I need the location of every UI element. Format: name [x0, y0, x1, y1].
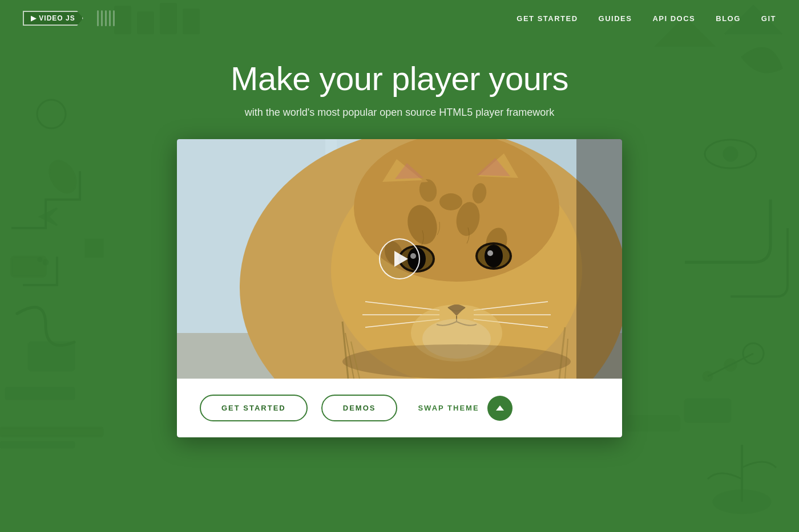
svg-point-60: [342, 344, 571, 379]
svg-point-50: [485, 245, 503, 267]
swap-theme-wrap[interactable]: SWAP THEME: [418, 396, 512, 421]
nav-links: GET STARTED GUIDES API DOCS BLOG GIT: [516, 14, 776, 23]
logo-badge[interactable]: ▶ VIDEO JS: [23, 11, 83, 26]
svg-point-51: [487, 250, 493, 256]
swap-theme-button[interactable]: [487, 396, 513, 421]
svg-rect-5: [0, 442, 74, 448]
get-started-button[interactable]: GET STARTED: [200, 395, 308, 421]
nav-link-get-started[interactable]: GET STARTED: [516, 14, 578, 23]
svg-point-17: [713, 490, 770, 513]
navbar: ▶ VIDEO JS GET STARTED GUIDES API DOCS B…: [0, 0, 799, 36]
hero-title: Make your player yours: [231, 59, 568, 98]
play-icon: [394, 251, 408, 267]
nav-link-guides[interactable]: GUIDES: [599, 14, 632, 23]
hero-section: Make your player yours with the world's …: [0, 36, 799, 437]
play-button[interactable]: [379, 238, 420, 279]
swap-theme-label: SWAP THEME: [418, 404, 479, 412]
nav-link-git[interactable]: GIT: [761, 14, 776, 23]
video-thumbnail[interactable]: [177, 139, 622, 379]
svg-point-35: [439, 193, 462, 210]
hero-subtitle: with the world's most popular open sourc…: [245, 107, 555, 119]
nav-link-api-docs[interactable]: API DOCS: [652, 14, 695, 23]
logo-lines: [97, 10, 115, 26]
nav-link-blog[interactable]: BLOG: [716, 14, 741, 23]
demos-button[interactable]: DEMOS: [321, 395, 398, 421]
bottom-panel: GET STARTED DEMOS SWAP THEME: [177, 379, 622, 437]
logo-wrap: ▶ VIDEO JS: [23, 10, 115, 26]
svg-rect-66: [576, 139, 622, 379]
chevron-up-icon: [496, 405, 504, 411]
video-player: GET STARTED DEMOS SWAP THEME: [177, 139, 622, 437]
